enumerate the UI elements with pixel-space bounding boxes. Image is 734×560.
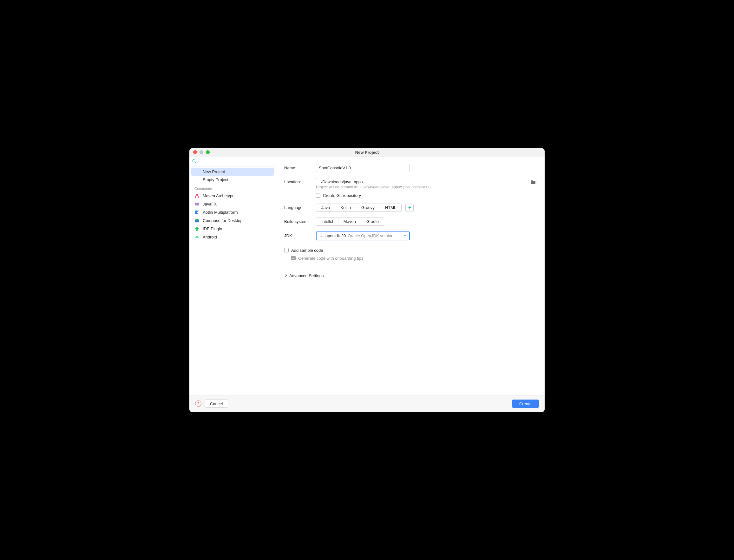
sidebar-item-javafx[interactable]: JavaFX	[191, 200, 274, 208]
sidebar-item-empty-project[interactable]: Empty Project	[191, 176, 274, 184]
sample-code-row[interactable]: Add sample code	[284, 248, 536, 253]
svg-point-7	[197, 237, 198, 238]
language-label: Language:	[284, 205, 316, 210]
onboarding-row: Generate code with onboarding tips	[291, 256, 536, 261]
language-java[interactable]: Java	[316, 204, 335, 212]
sample-code-label: Add sample code	[291, 248, 323, 253]
language-groovy[interactable]: Groovy	[356, 204, 380, 212]
main-panel: Name: Location: Project will be created …	[276, 157, 545, 395]
language-segmented: Java Kotlin Groovy HTML	[316, 204, 402, 212]
window-title: New Project	[189, 150, 545, 155]
sidebar-item-label: New Project	[203, 169, 225, 174]
name-label: Name:	[284, 166, 316, 170]
footer: ? Cancel Create	[189, 395, 545, 412]
search-row[interactable]	[189, 157, 276, 166]
sidebar-item-compose-desktop[interactable]: Compose for Desktop	[191, 217, 274, 225]
svg-line-1	[195, 162, 196, 163]
location-label: Location:	[284, 179, 316, 184]
build-segmented: IntelliJ Maven Gradle	[316, 218, 384, 226]
onboarding-label: Generate code with onboarding tips	[298, 256, 363, 261]
sidebar-item-maven-archetype[interactable]: Maven Archetype	[191, 192, 274, 200]
language-kotlin[interactable]: Kotlin	[335, 204, 356, 212]
sidebar-item-label: Empty Project	[203, 177, 228, 182]
browse-folder-button[interactable]	[530, 179, 536, 185]
advanced-settings-label: Advanced Settings	[289, 273, 323, 278]
sidebar-item-ide-plugin[interactable]: IDE Plugin	[191, 225, 274, 233]
sidebar-item-android[interactable]: Android	[191, 233, 274, 241]
add-language-button[interactable]: +	[406, 204, 414, 212]
svg-rect-3	[196, 203, 197, 205]
question-icon: ?	[197, 401, 199, 406]
name-input[interactable]	[316, 164, 410, 172]
titlebar: New Project	[189, 148, 545, 157]
location-input[interactable]	[316, 178, 536, 186]
build-maven[interactable]: Maven	[338, 218, 361, 225]
sidebar: New Project Empty Project Generators Mav…	[189, 157, 276, 395]
javafx-icon	[194, 202, 199, 207]
android-icon	[194, 235, 199, 240]
svg-line-9	[198, 236, 198, 236]
cancel-button[interactable]: Cancel	[205, 400, 228, 408]
help-button[interactable]: ?	[195, 400, 201, 407]
build-label: Build system:	[284, 219, 316, 224]
sidebar-item-kotlin-multiplatform[interactable]: Kotlin Multiplatform	[191, 208, 274, 217]
minimize-icon	[199, 150, 203, 154]
window-controls	[193, 150, 210, 154]
git-checkbox[interactable]	[316, 193, 320, 198]
chevron-down-icon	[404, 233, 407, 238]
plus-icon: +	[408, 205, 411, 211]
compose-icon	[194, 218, 199, 223]
plugin-icon	[194, 226, 199, 231]
sidebar-item-label: IDE Plugin	[203, 226, 222, 231]
sidebar-section-generators: Generators	[191, 184, 274, 192]
sidebar-item-label: Compose for Desktop	[203, 218, 243, 223]
close-icon[interactable]	[193, 150, 197, 154]
language-html[interactable]: HTML	[380, 204, 401, 212]
sidebar-item-label: JavaFX	[203, 202, 217, 206]
folder-icon	[531, 180, 536, 184]
java-icon	[319, 233, 323, 238]
jdk-value: openjdk-20	[325, 233, 346, 238]
jdk-label: JDK:	[284, 233, 316, 238]
new-project-dialog: New Project New Project Empty Project	[189, 148, 545, 412]
build-intellij[interactable]: IntelliJ	[316, 218, 338, 225]
sidebar-item-label: Kotlin Multiplatform	[203, 210, 238, 215]
kotlin-icon	[194, 210, 199, 215]
git-label: Create Git repository	[323, 193, 361, 198]
sidebar-item-label: Maven Archetype	[203, 193, 234, 198]
jdk-dropdown[interactable]: openjdk-20 Oracle OpenJDK version	[316, 231, 410, 240]
zoom-icon[interactable]	[206, 150, 210, 154]
svg-point-6	[196, 237, 197, 238]
sidebar-item-label: Android	[203, 235, 217, 239]
maven-icon	[194, 193, 199, 199]
advanced-settings-toggle[interactable]: Advanced Settings	[284, 270, 536, 281]
build-gradle[interactable]: Gradle	[361, 218, 384, 225]
chevron-right-icon	[284, 273, 287, 278]
svg-line-8	[196, 236, 196, 236]
sidebar-item-new-project[interactable]: New Project	[191, 168, 274, 176]
onboarding-checkbox	[291, 256, 295, 260]
jdk-detail: Oracle OpenJDK version	[347, 233, 393, 238]
create-button[interactable]: Create	[512, 400, 539, 408]
search-icon	[192, 159, 196, 164]
git-checkbox-row[interactable]: Create Git repository	[316, 193, 536, 198]
svg-point-0	[192, 160, 195, 162]
sample-code-checkbox[interactable]	[284, 248, 289, 252]
